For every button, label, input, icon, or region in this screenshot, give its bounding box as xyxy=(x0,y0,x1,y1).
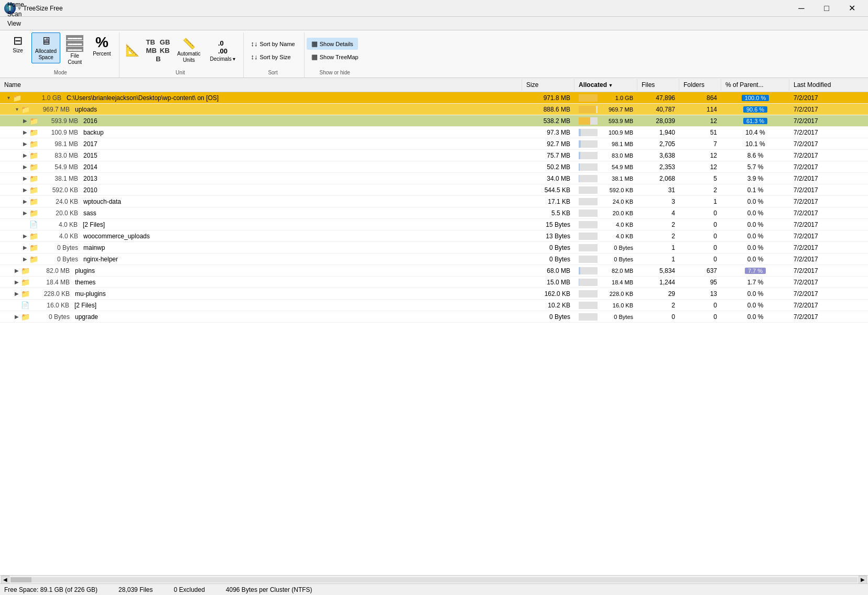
expand-button[interactable]: ▶ xyxy=(22,118,28,124)
expand-button[interactable]: ▶ xyxy=(22,210,28,216)
table-row[interactable]: ▶📁82.0 MBplugins68.0 MB82.0 MB5,8346377.… xyxy=(0,265,868,277)
expand-button[interactable]: ▶ xyxy=(14,314,20,320)
decimals-button[interactable]: .0.00 Decimals ▾ xyxy=(207,37,240,64)
size-button[interactable]: ⊟ Size xyxy=(6,32,29,57)
show-treemap-button[interactable]: ▦ Show TreeMap xyxy=(307,51,363,63)
table-row[interactable]: ▶📁83.0 MB201575.7 MB83.0 MB3,638128.6 %7… xyxy=(0,150,868,161)
allocated-value: 20.0 KB xyxy=(600,210,633,216)
maximize-button[interactable]: □ xyxy=(815,1,839,16)
sort-by-size-button[interactable]: ↕↓ Sort by Size xyxy=(246,51,295,63)
table-row[interactable]: ▶📁100.9 MBbackup97.3 MB100.9 MB1,9405110… xyxy=(0,127,868,138)
table-row[interactable]: ▶📁228.0 KBmu-plugins162.0 KB228.0 KB2913… xyxy=(0,288,868,300)
modified-cell: 7/2/2017 xyxy=(789,116,868,126)
col-files[interactable]: Files xyxy=(637,79,679,91)
expand-button[interactable]: ▶ xyxy=(22,233,28,239)
table-row[interactable]: ▶📁18.4 MBthemes15.0 MB18.4 MB1,244951.7 … xyxy=(0,277,868,288)
size-bar-fill xyxy=(579,163,580,171)
horizontal-scrollbar[interactable]: ◀ ▶ xyxy=(0,575,868,583)
allocated-value: 100.9 MB xyxy=(600,129,633,136)
folders-cell: 51 xyxy=(679,128,721,137)
table-row[interactable]: 📄16.0 KB[2 Files]10.2 KB16.0 KB200.0 %7/… xyxy=(0,300,868,311)
collapse-button[interactable]: ▾ xyxy=(14,106,20,113)
name-cell: ▶📁228.0 KBmu-plugins xyxy=(0,289,522,299)
table-row[interactable]: ▶📁0 Bytesnginx-helper0 Bytes0 Bytes100.0… xyxy=(0,254,868,265)
table-row[interactable]: ▶📁0 Bytesmainwp0 Bytes0 Bytes100.0 %7/2/… xyxy=(0,242,868,254)
percent-button[interactable]: % Percent xyxy=(89,32,114,60)
allocated-cell: 0 Bytes xyxy=(574,243,637,252)
name-cell: ▶📁54.9 MB2014 xyxy=(0,162,522,172)
expand-button[interactable]: ▶ xyxy=(22,152,28,159)
col-pct[interactable]: % of Parent... xyxy=(721,79,789,91)
collapse-button[interactable]: ▾ xyxy=(5,95,12,101)
file-count-button[interactable]: ▬▬▬ ▬▬▬ ▬▬▬ FileCount xyxy=(62,32,87,68)
table-row[interactable]: ▶📁0 Bytesupgrade0 Bytes0 Bytes000.0 %7/2… xyxy=(0,311,868,323)
folder-icon: 📁 xyxy=(29,232,38,240)
expand-button[interactable]: ▶ xyxy=(22,164,28,170)
table-row[interactable]: ▶📁38.1 MB201334.0 MB38.1 MB2,06853.9 %7/… xyxy=(0,173,868,184)
folders-cell: 2 xyxy=(679,185,721,195)
folders-cell: 7 xyxy=(679,139,721,149)
sort-by-name-button[interactable]: ↕↓ Sort by Name xyxy=(246,38,299,50)
expand-button[interactable]: ▶ xyxy=(14,279,20,285)
expand-button[interactable] xyxy=(22,222,28,228)
folder-name: C:\Users\brianleejackson\Desktop\wp-cont… xyxy=(67,94,219,102)
folders-cell: 864 xyxy=(679,93,721,103)
modified-cell: 7/2/2017 xyxy=(789,105,868,114)
files-cell: 2,353 xyxy=(637,162,679,172)
table-row[interactable]: ▶📁20.0 KBsass5.5 KB20.0 KB400.0 %7/2/201… xyxy=(0,207,868,219)
folder-icon: 📁 xyxy=(21,267,30,275)
table-row[interactable]: ▶📁24.0 KBwptouch-data17.1 KB24.0 KB310.0… xyxy=(0,196,868,207)
expand-button[interactable]: ▶ xyxy=(22,256,28,262)
expand-button[interactable]: ▶ xyxy=(14,268,20,274)
allocated-value: 593.9 MB xyxy=(600,118,633,124)
scroll-thumb[interactable] xyxy=(10,577,31,582)
scroll-right-button[interactable]: ▶ xyxy=(859,576,867,584)
allocated-cell: 38.1 MB xyxy=(574,174,637,183)
expand-button[interactable]: ▶ xyxy=(22,187,28,193)
table-row[interactable]: ▾📁969.7 MBuploads888.6 MB969.7 MB40,7871… xyxy=(0,104,868,115)
unit-ruler-button[interactable]: 📐 xyxy=(122,41,143,60)
table-row[interactable]: ▶📁592.0 KB2010544.5 KB592.0 KB3120.1 %7/… xyxy=(0,184,868,196)
table-row[interactable]: ▶📁98.1 MB201792.7 MB98.1 MB2,705710.1 %7… xyxy=(0,138,868,150)
folders-cell: 0 xyxy=(679,255,721,264)
minimize-button[interactable]: ─ xyxy=(789,1,813,16)
modified-cell: 7/2/2017 xyxy=(789,232,868,241)
name-cell: 📄4.0 KB[2 Files] xyxy=(0,219,522,229)
table-row[interactable]: ▶📁54.9 MB201450.2 MB54.9 MB2,353125.7 %7… xyxy=(0,161,868,173)
expand-button[interactable]: ▶ xyxy=(22,175,28,182)
expand-button[interactable]: ▶ xyxy=(14,291,20,297)
expand-button[interactable]: ▶ xyxy=(22,129,28,136)
col-modified[interactable]: Last Modified xyxy=(789,79,868,91)
auto-units-button[interactable]: 📏 AutomaticUnits xyxy=(173,35,204,66)
col-name[interactable]: Name xyxy=(0,79,522,91)
col-folders[interactable]: Folders xyxy=(679,79,721,91)
pct-cell: 0.0 % xyxy=(721,220,789,229)
allocated-value: 0 Bytes xyxy=(600,245,633,251)
expand-button[interactable]: ▶ xyxy=(22,245,28,251)
size-inline: 20.0 KB xyxy=(40,210,78,217)
menu-item-scan[interactable]: Scan xyxy=(2,9,74,19)
col-size[interactable]: Size xyxy=(522,79,574,91)
size-bar-bg xyxy=(579,279,598,286)
table-row[interactable]: ▶📁4.0 KBwoocommerce_uploads13 Bytes4.0 K… xyxy=(0,230,868,242)
allocated-space-button[interactable]: 🖥 AllocatedSpace xyxy=(31,32,60,63)
menu-item-home[interactable]: Home xyxy=(2,0,74,9)
show-details-button[interactable]: ▦ Show Details xyxy=(307,38,358,50)
col-allocated[interactable]: Allocated xyxy=(574,79,637,91)
menu-item-view[interactable]: View xyxy=(2,19,74,28)
table-row[interactable]: ▶📁593.9 MB2016538.2 MB593.9 MB28,0391261… xyxy=(0,115,868,127)
table-row[interactable]: 📄4.0 KB[2 Files]15 Bytes4.0 KB200.0 %7/2… xyxy=(0,219,868,230)
name-cell: ▶📁24.0 KBwptouch-data xyxy=(0,196,522,207)
modified-cell: 7/2/2017 xyxy=(789,289,868,299)
expand-button[interactable]: ▶ xyxy=(22,141,28,147)
expand-button[interactable] xyxy=(14,302,20,308)
close-button[interactable]: ✕ xyxy=(840,1,864,16)
size-bar-bg xyxy=(579,210,598,217)
allocated-cell: 4.0 KB xyxy=(574,232,637,241)
folder-icon: 📁 xyxy=(21,105,30,114)
size-inline: 228.0 KB xyxy=(32,290,70,298)
scroll-left-button[interactable]: ◀ xyxy=(1,576,9,584)
table-row[interactable]: ▾📁1.0 GBC:\Users\brianleejackson\Desktop… xyxy=(0,92,868,104)
expand-button[interactable]: ▶ xyxy=(22,199,28,205)
name-cell: ▶📁98.1 MB2017 xyxy=(0,139,522,149)
